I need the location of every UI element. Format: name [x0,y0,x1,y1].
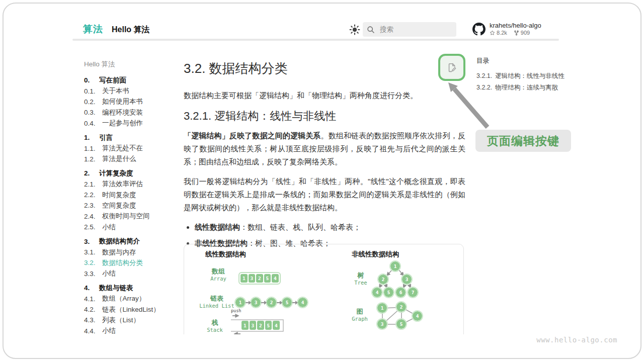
sidebar-item-number: 3.2. [84,259,102,266]
sidebar-item-number: 0.3. [84,109,102,116]
sidebar-item-number: 3.1. [84,248,102,256]
toc-item[interactable]: 3.2.2. 物理结构：连续与离散 [476,82,582,94]
tree-node: 7 [408,288,418,297]
tree-node: 4 [372,288,382,297]
sidebar-item[interactable]: 1.2. 算法是什么 [84,154,177,164]
stack-label: 栈 Stack [197,319,232,334]
stack-cell: 2 [257,321,264,330]
sun-icon [349,24,361,36]
sidebar-item-number: 2.1. [84,180,102,188]
tree-node: 6 [396,288,406,297]
sidebar-item[interactable]: 2.3. 空间复杂度 [84,200,177,211]
linked-list-unit: 2 [261,298,276,307]
fork-icon [514,30,519,36]
annotation-callout: 页面编辑按键 [475,130,571,152]
sidebar-item[interactable]: 0.1. 关于本书 [84,85,177,96]
search-input[interactable] [379,25,446,34]
sidebar-item[interactable]: 2.5. 小结 [84,222,177,232]
sidebar-item[interactable]: 1.1. 算法无处不在 [84,143,177,153]
sidebar-item[interactable]: 3.1. 数据与内存 [84,247,177,257]
sidebar-item-label: 引言 [99,133,113,142]
stack-cell: 3 [250,321,257,330]
screenshot-canvas: 算法 Hello 算法 krahets/hello-algo [0,0,644,362]
arrow-right-icon [261,298,267,307]
site-logo[interactable]: 算法 [83,23,103,36]
sidebar-item-number: 0.1. [84,87,102,95]
linked-list-node: 1 [235,298,245,307]
search-box[interactable] [363,22,456,37]
logic-structure-paragraph: 「逻辑结构」反映了数据之间的逻辑关系。数组和链表的数据按照顺序依次排列，反映了数… [184,129,465,168]
sidebar-item-label: 计算复杂度 [99,169,133,178]
graph-node: 1 [377,303,387,313]
tree-node: 3 [402,275,412,284]
star-count: 8.2k [497,29,507,36]
github-repo-link[interactable]: krahets/hello-algo 8.2k 909 [472,22,541,36]
graph-node: 4 [413,311,422,321]
sidebar-item[interactable]: 1. 引言 [84,132,177,143]
repo-stats: 8.2k 909 [490,29,541,36]
main-content: 3.2. 数据结构分类 数据结构主要可根据「逻辑结构」和「物理结构」两种角度进行… [184,60,465,253]
linked-list-diagram: 1 3 2 5 4 [235,298,307,307]
array-cell: 4 [272,274,279,283]
sidebar-item[interactable]: 0.2. 如何使用本书 [84,97,177,107]
fork-count: 909 [521,29,530,36]
sidebar-item-label: 权衡时间与空间 [102,212,150,221]
sidebar-item[interactable]: 3. 数据结构简介 [84,236,177,246]
sidebar-item[interactable]: 0.4. 一起参与创作 [84,118,177,129]
tree-label: 树 Tree [342,272,379,287]
theme-toggle-button[interactable] [349,24,361,36]
sidebar-item[interactable]: 0.3. 编程环境安装 [84,107,177,118]
sidebar-item[interactable]: 3.3. 小结 [84,268,177,279]
arrow-right-icon [245,298,251,307]
sidebar-item[interactable]: 4.3. 列表（List） [84,315,177,325]
sidebar-item[interactable]: 2.2. 时间复杂度 [84,190,177,200]
sidebar-item[interactable]: 4. 数组与链表 [84,283,177,293]
sidebar-item[interactable]: 3.2. 数据结构分类 [84,257,177,268]
linked-list-unit: 4 [292,298,307,307]
sidebar-item[interactable]: 2.1. 算法效率评估 [84,179,177,190]
header-divider [72,39,559,41]
array-cell: 2 [256,274,263,283]
sidebar-item-label: 数据结构简介 [99,237,140,246]
sidebar-item[interactable]: 4.4. 小结 [84,326,177,336]
linked-list-unit: 1 [235,298,245,307]
sidebar-item-label: 数组（Array） [102,294,145,303]
graph-node: 5 [396,319,406,329]
sidebar-item[interactable]: 2.4. 权衡时间与空间 [84,211,177,222]
sidebar-item-label: 时间复杂度 [102,191,136,200]
sidebar-item-label: 如何使用本书 [102,97,143,106]
tree-node: 2 [378,275,388,284]
repo-name: krahets/hello-algo [490,22,541,29]
array-cell: 5 [264,274,271,283]
sidebar-item[interactable]: 2. 计算复杂度 [84,168,177,178]
toc-item[interactable]: 3.2.1. 逻辑结构：线性与非线性 [476,70,582,82]
graph-label: 图 Graph [341,308,378,323]
sidebar-item[interactable]: 0. 写在前面 [84,75,177,85]
sidebar-item[interactable]: 4.1. 数组（Array） [84,293,177,304]
sidebar-item-label: 小结 [102,223,116,232]
sidebar-item-label: 空间复杂度 [102,201,136,210]
sidebar-item-number: 3.3. [84,270,102,278]
stack-cell: 4 [273,321,280,330]
sidebar-item-number: 3. [84,238,99,245]
linear-nonlinear-paragraph: 我们一般将逻辑结构分为「线性」和「非线性」两种。"线性"这个概念很直观，即表明数… [184,175,465,214]
page-edit-button[interactable] [438,54,465,81]
sidebar-item-label: 链表（LinkedList） [102,305,160,314]
toc-title: 目录 [476,57,582,65]
sidebar-items: 0. 写在前面 0.1. 关于本书 0.2. 如何使用本书 0.3. 编程环境安… [84,75,177,336]
sidebar-item[interactable]: 4.2. 链表（LinkedList） [84,304,177,315]
array-label: 数组 Array [201,267,236,283]
star-icon [490,30,495,36]
stack-cell: 1 [242,321,249,330]
sidebar-item-label: 关于本书 [102,86,129,96]
edit-page-icon [446,62,458,73]
site-title[interactable]: Hello 算法 [112,25,150,35]
figure-title-linear: 线性数据结构 [205,250,246,259]
arrow-right-icon [292,298,298,307]
table-of-contents: 目录 3.2.1. 逻辑结构：线性与非线性 3.2.2. 物理结构：连续与离散 [476,57,582,93]
sidebar-item-label: 列表（List） [102,316,140,325]
sidebar-item-label: 小结 [102,269,116,278]
sidebar-item-number: 1.2. [84,155,102,163]
push-label: push [231,308,241,313]
intro-paragraph: 数据结构主要可根据「逻辑结构」和「物理结构」两种角度进行分类。 [184,89,465,102]
